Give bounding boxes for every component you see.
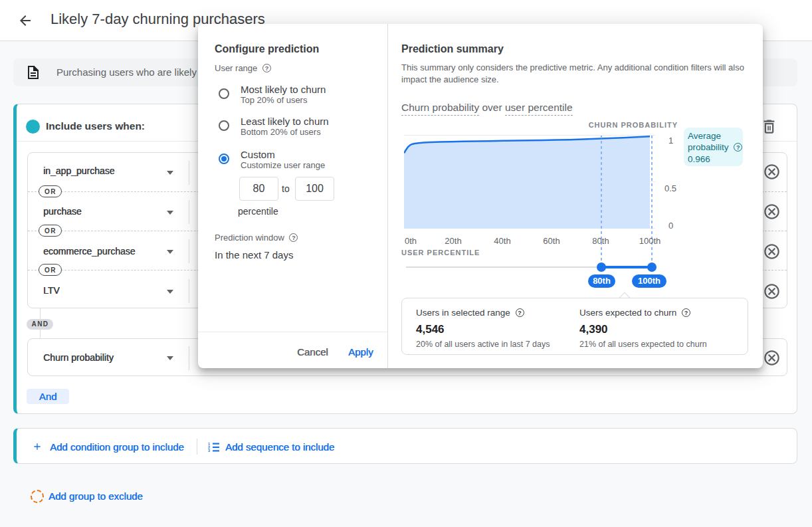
svg-text:3: 3	[208, 449, 210, 452]
